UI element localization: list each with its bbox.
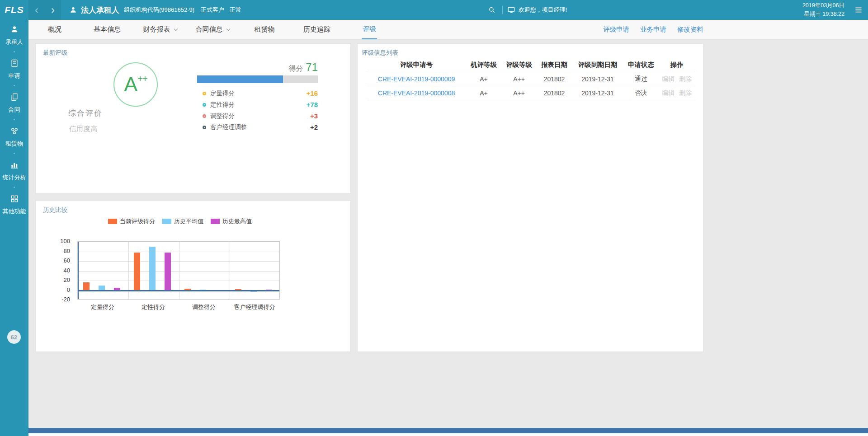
datetime-block: 2019年03月06日 星期三 19:38:22 [802, 1, 844, 19]
score-progress [197, 75, 318, 83]
notification-badge[interactable]: 62 [7, 330, 21, 344]
y-tick-label: 60 [64, 257, 70, 264]
sidebar-item-lessee[interactable]: 承租人 [0, 20, 28, 50]
tab-label: 财务报表 [142, 20, 171, 39]
action-business-apply[interactable]: 业务申请 [640, 25, 666, 34]
horizontal-scrollbar[interactable] [28, 428, 868, 433]
tab-label: 基本信息 [93, 20, 122, 39]
column-header: 机评等级 [466, 58, 501, 72]
gridline [78, 252, 279, 252]
tab-rating[interactable]: 评级 [343, 20, 396, 39]
edit-link[interactable]: 编辑 [662, 75, 675, 82]
sidebar-item-application[interactable]: 申请 [0, 54, 28, 84]
tab-overview[interactable]: 概况 [28, 20, 81, 39]
chart-legend: 当前评级得分 历史平均值 历史最高值 [108, 217, 252, 225]
score-item-value: +78 [307, 101, 318, 108]
forward-button[interactable]: › [45, 0, 61, 20]
panel-title: 评级信息列表 [362, 49, 398, 57]
legend-entry: 当前评级得分 [108, 217, 155, 225]
sidebar-item-contract[interactable]: 合同 [0, 88, 28, 117]
chart-bar [165, 253, 171, 291]
report-date-cell: 201802 [537, 86, 572, 100]
sidebar: 承租人 申请 合同 租赁物 统计分析 其他功能 62 [0, 20, 28, 436]
sidebar-item-statistics[interactable]: 统计分析 [0, 155, 28, 185]
tab-actions: 评级申请 业务申请 修改资料 [603, 20, 703, 39]
chevron-down-icon [226, 27, 230, 31]
bar-chart-icon [10, 160, 19, 171]
y-axis-line [78, 242, 79, 299]
score-item-label: 客户经理调整 [210, 123, 247, 131]
table-header-row: 评级申请号 机评等级 评级等级 报表日期 评级到期日期 申请状态 操作 [367, 58, 695, 72]
chart-bar [149, 247, 156, 291]
action-edit-profile[interactable]: 修改资料 [677, 25, 703, 34]
scrollbar-track [28, 433, 868, 436]
app-logo[interactable]: FLS [0, 5, 28, 15]
tab-leased-assets[interactable]: 租赁物 [238, 20, 291, 39]
chevron-left-icon: ‹ [35, 4, 38, 16]
score-item-ring-icon [203, 103, 206, 107]
date-text: 2019年03月06日 [802, 1, 844, 10]
score-item-label: 调整得分 [210, 112, 235, 120]
menu-button[interactable] [849, 0, 868, 20]
operations-cell: 编辑删除 [659, 86, 695, 100]
contract-icon [10, 93, 19, 103]
column-header: 申请状态 [623, 58, 659, 72]
user-icon [10, 25, 19, 36]
report-date-cell: 201802 [537, 72, 572, 86]
sidebar-separator [14, 119, 15, 120]
action-rating-apply[interactable]: 评级申请 [603, 25, 629, 34]
legend-label: 历史最高值 [222, 217, 252, 225]
form-icon [10, 59, 19, 70]
edit-link[interactable]: 编辑 [662, 89, 675, 96]
sidebar-item-label: 承租人 [5, 38, 23, 46]
back-button[interactable]: ‹ [28, 0, 45, 20]
chart-bar [83, 282, 90, 290]
delete-link[interactable]: 删除 [679, 89, 692, 96]
tab-label: 概况 [47, 20, 62, 39]
score-item-label: 定性得分 [210, 101, 235, 109]
chart-y-axis: 100806040200-20 [51, 241, 74, 300]
score-item: 客户经理调整 +2 [197, 122, 318, 133]
entity-tag-status: 正常 [230, 6, 241, 14]
sidebar-item-other-functions[interactable]: 其他功能 [0, 189, 28, 219]
machine-grade-cell: A+ [466, 86, 501, 100]
score-item-value: +16 [307, 89, 318, 97]
delete-link[interactable]: 删除 [679, 75, 692, 82]
sidebar-item-label: 申请 [9, 72, 20, 80]
chart-x-label: 定性得分 [128, 303, 179, 311]
tab-history-tracking[interactable]: 历史追踪 [291, 20, 343, 39]
y-tick-label: 0 [67, 286, 70, 293]
time-text: 星期三 19:38:22 [802, 10, 844, 19]
legend-entry: 历史最高值 [211, 217, 252, 225]
due-date-cell: 2019-12-31 [572, 86, 623, 100]
apply-no-link[interactable]: CRE-EVEAI-2019-0000009 [367, 72, 466, 86]
tab-basic-info[interactable]: 基本信息 [81, 20, 133, 39]
header-divider [502, 6, 503, 14]
sidebar-separator [14, 51, 15, 52]
gridline [78, 271, 279, 272]
score-item-ring-icon [203, 114, 206, 118]
grid-icon [10, 194, 19, 205]
tab-contract-info[interactable]: 合同信息 [186, 20, 238, 39]
sidebar-separator [14, 85, 15, 86]
score-item: 调整得分 +3 [197, 110, 318, 122]
machine-grade-cell: A+ [466, 72, 501, 86]
score-item-value: +2 [310, 123, 318, 131]
score-label: 得分 [288, 65, 303, 72]
entity-tag-customer-type: 正式客户 [201, 6, 224, 14]
sidebar-item-leased-assets[interactable]: 租赁物 [0, 122, 28, 151]
y-tick-label: 80 [64, 248, 70, 254]
legend-swatch [108, 219, 117, 224]
search-button[interactable] [482, 0, 501, 20]
rating-table: 评级申请号 机评等级 评级等级 报表日期 评级到期日期 申请状态 操作 CRE-… [367, 58, 695, 100]
chevron-right-icon: › [51, 4, 55, 16]
legend-label: 历史平均值 [174, 217, 203, 225]
status-cell: 通过 [623, 72, 659, 86]
rating-list-panel: 评级信息列表 评级申请号 机评等级 评级等级 报表日期 评级到期日期 申请状态 … [357, 43, 703, 352]
search-icon [488, 6, 496, 14]
chart-x-label: 调整得分 [179, 303, 229, 311]
tab-financial-reports[interactable]: 财务报表 [133, 20, 186, 39]
apply-no-link[interactable]: CRE-EVEAI-2019-0000008 [367, 86, 466, 100]
sidebar-separator [14, 187, 15, 188]
asset-icon [10, 127, 19, 137]
